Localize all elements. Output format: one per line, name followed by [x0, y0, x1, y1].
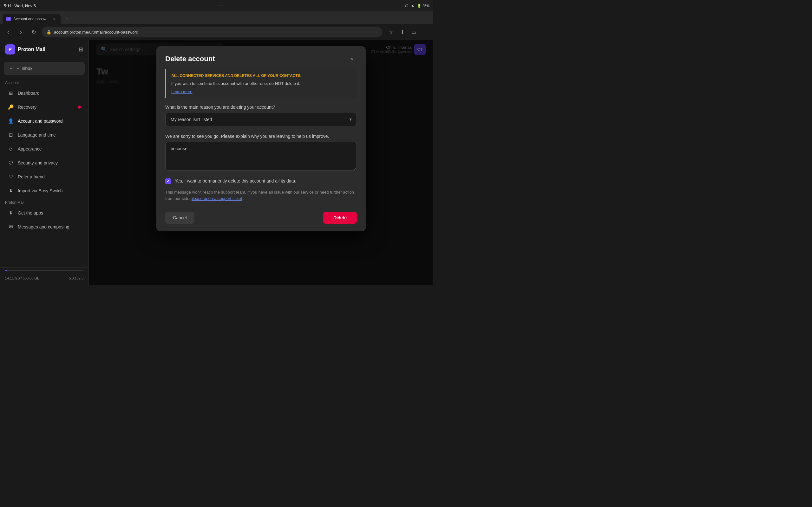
app-name: Proton Mail: [18, 47, 45, 52]
reason-question-label: What is the main reason you are deleting…: [165, 105, 357, 110]
main-content: 🔍 Search settings % BLACK FRIDAY Chris T…: [89, 40, 433, 285]
inbox-label: ← Inbox: [16, 66, 32, 71]
appearance-label: Appearance: [18, 147, 42, 152]
reason-textarea[interactable]: because: [165, 142, 357, 170]
modal-header: Delete account ×: [156, 46, 366, 69]
sidebar-toggle-button[interactable]: ▭: [409, 27, 418, 37]
modal-footer: Cancel Delete: [165, 209, 357, 224]
confirm-delete-checkbox[interactable]: ✓: [165, 178, 171, 184]
tab-favicon: P: [6, 17, 11, 21]
reason-select-wrapper: My reason isn't listed I no longer need …: [165, 113, 357, 126]
sidebar-item-account-password[interactable]: 👤 Account and password: [3, 114, 86, 128]
storage-usage: 14.11 GB / 500.00 GB: [5, 276, 39, 280]
nav-refresh-button[interactable]: ↻: [29, 27, 38, 37]
titlebar-center: ···: [38, 3, 403, 9]
explain-label: We are sorry to see you go. Please expla…: [165, 134, 357, 139]
account-icon: 👤: [8, 118, 14, 124]
language-time-label: Language and time: [18, 132, 56, 137]
sidebar-item-appearance[interactable]: ◇ Appearance: [3, 142, 86, 156]
browser-tabs: P Account and passw... × +: [0, 11, 433, 24]
more-button[interactable]: ⋮: [420, 27, 429, 37]
bookmark-button[interactable]: ☆: [386, 27, 395, 37]
protonmail-section-label: Proton Mail: [0, 198, 89, 206]
delete-button[interactable]: Delete: [323, 212, 357, 224]
recovery-icon: 🔑: [8, 104, 14, 110]
dashboard-label: Dashboard: [18, 91, 40, 96]
sidebar-item-dashboard[interactable]: ⊞ Dashboard: [3, 87, 86, 100]
app-version: 5.0.182.3: [69, 276, 84, 280]
storage-bar: [5, 270, 84, 271]
new-tab-button[interactable]: +: [62, 14, 72, 24]
appearance-icon: ◇: [8, 146, 14, 152]
checkbox-check-icon: ✓: [166, 179, 170, 183]
get-apps-label: Get the apps: [18, 210, 43, 216]
modal-body: ALL CONNECTED SERVICES AND DELETES ALL O…: [156, 69, 366, 231]
language-icon: ⊡: [8, 132, 14, 138]
support-ticket-link[interactable]: please open a support ticket: [190, 196, 242, 201]
inbox-arrow-icon: ←: [9, 66, 13, 71]
browser-time: 5:11: [4, 3, 12, 8]
storage-info: 14.11 GB / 500.00 GB 5.0.182.3: [0, 274, 89, 283]
security-privacy-label: Security and privacy: [18, 160, 58, 165]
sidebar-item-refer-friend[interactable]: ♡ Refer a friend: [3, 170, 86, 183]
checkbox-label: Yes, I want to permanently delete this a…: [175, 178, 296, 184]
browser-tab-active[interactable]: P Account and passw... ×: [3, 14, 61, 24]
account-section-label: Account: [0, 78, 89, 86]
account-password-label: Account and password: [18, 118, 63, 124]
bluetooth-icon: ⬡: [405, 3, 408, 8]
sidebar-item-language-time[interactable]: ⊡ Language and time: [3, 128, 86, 142]
browser-titlebar: 5:11 Wed, Nov 6 ··· ⬡ ▲ 🔋 25%: [0, 0, 433, 11]
sidebar-item-security-privacy[interactable]: 🛡 Security and privacy: [3, 156, 86, 170]
reason-dropdown[interactable]: My reason isn't listed I no longer need …: [165, 113, 357, 126]
storage-bar-fill: [5, 270, 7, 271]
security-icon: 🛡: [8, 160, 14, 166]
download-button[interactable]: ⬇: [398, 27, 407, 37]
dashboard-icon: ⊞: [8, 90, 14, 96]
delete-account-modal: Delete account × ALL CONNECTED SERVICES …: [156, 46, 366, 231]
learn-more-link[interactable]: Learn more: [171, 89, 192, 94]
recovery-badge: [78, 106, 81, 109]
address-bar[interactable]: 🔒 account.proton.me/u/0/mail/account-pas…: [42, 26, 383, 38]
messages-icon: ✉: [8, 224, 14, 230]
nav-forward-button[interactable]: ›: [16, 27, 26, 37]
warning-highlight-text: ALL CONNECTED SERVICES AND DELETES ALL O…: [171, 73, 352, 78]
modal-close-button[interactable]: ×: [347, 54, 357, 64]
browser-date: Wed, Nov 6: [14, 3, 36, 8]
recovery-label: Recovery: [18, 105, 37, 110]
inbox-button[interactable]: ← ← Inbox: [4, 62, 85, 75]
lock-icon: 🔒: [46, 30, 51, 35]
refer-friend-label: Refer a friend: [18, 174, 45, 179]
titlebar-right: ⬡ ▲ 🔋 25%: [405, 3, 429, 8]
sidebar-item-messages-composing[interactable]: ✉ Messages and composing: [3, 220, 86, 233]
browser-dots: ···: [217, 3, 223, 9]
battery-indicator: 🔋 25%: [417, 4, 429, 8]
support-message: This message won't reach the support tea…: [165, 189, 357, 202]
sidebar-item-recovery[interactable]: 🔑 Recovery: [3, 101, 86, 114]
get-apps-icon: ⬇: [8, 210, 14, 216]
sidebar-item-import-easy[interactable]: ⬇ Import via Easy Switch: [3, 184, 86, 198]
sidebar-bottom: 14.11 GB / 500.00 GB 5.0.182.3: [0, 268, 89, 285]
browser-addressbar: ‹ › ↻ 🔒 account.proton.me/u/0/mail/accou…: [0, 24, 433, 40]
refer-icon: ♡: [8, 174, 14, 180]
app-container: P Proton Mail ⊞ ← ← Inbox Account ⊞ Dash…: [0, 40, 433, 285]
browser-chrome: 5:11 Wed, Nov 6 ··· ⬡ ▲ 🔋 25% P Account …: [0, 0, 433, 40]
tab-title: Account and passw...: [13, 17, 49, 21]
messages-composing-label: Messages and composing: [18, 224, 69, 229]
sidebar-item-get-apps[interactable]: ⬇ Get the apps: [3, 206, 86, 220]
proton-icon: P: [5, 44, 15, 55]
support-message-after: .: [243, 196, 245, 201]
browser-actions: ☆ ⬇ ▭ ⋮: [386, 27, 429, 37]
grid-icon[interactable]: ⊞: [79, 46, 84, 53]
tab-close-button[interactable]: ×: [52, 16, 57, 21]
wifi-icon: ▲: [411, 3, 415, 8]
warning-box: ALL CONNECTED SERVICES AND DELETES ALL O…: [165, 69, 357, 98]
sidebar: P Proton Mail ⊞ ← ← Inbox Account ⊞ Dash…: [0, 40, 89, 285]
address-text: account.proton.me/u/0/mail/account-passw…: [54, 30, 138, 35]
nav-back-button[interactable]: ‹: [4, 27, 13, 37]
cancel-button[interactable]: Cancel: [165, 212, 194, 224]
modal-overlay: Delete account × ALL CONNECTED SERVICES …: [89, 40, 433, 285]
sidebar-header: P Proton Mail ⊞: [0, 40, 89, 59]
import-label: Import via Easy Switch: [18, 188, 63, 193]
checkbox-row: ✓ Yes, I want to permanently delete this…: [165, 178, 357, 184]
proton-logo: P Proton Mail: [5, 44, 45, 55]
